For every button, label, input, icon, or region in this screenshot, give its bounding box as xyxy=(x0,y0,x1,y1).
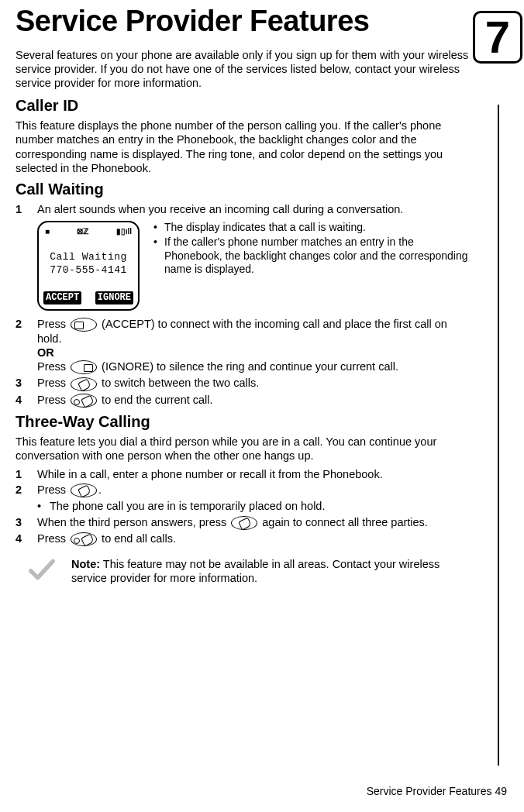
caller-id-heading: Caller ID xyxy=(16,96,473,115)
step-text: When the third person answers, press aga… xyxy=(37,515,473,530)
step-number: 3 xyxy=(16,376,37,391)
right-softkey-icon xyxy=(71,360,97,374)
phone-display: ■ ⊠ℤ ▮▯ıll Call Waiting 770-555-4141 ACC… xyxy=(37,221,140,311)
talk-key-icon xyxy=(231,516,257,530)
call-waiting-steps: 1 An alert sounds when you receive an in… xyxy=(16,202,473,216)
display-softkeys: ACCEPT IGNORE xyxy=(43,291,133,304)
bullet-text: The display indicates that a call is wai… xyxy=(164,221,366,235)
checkmark-icon xyxy=(28,557,56,582)
step-number: 4 xyxy=(16,532,37,546)
display-bullets: •The display indicates that a call is wa… xyxy=(153,221,473,278)
talk-key-icon xyxy=(71,377,97,391)
end-key-icon xyxy=(71,394,97,408)
page-title: Service Provider Features xyxy=(16,6,473,37)
note-row: Note: This feature may not be available … xyxy=(28,557,473,585)
step-text: Press to end all calls. xyxy=(37,532,473,546)
three-way-body: This feature lets you dial a third perso… xyxy=(16,435,473,463)
bullet-text: If the caller's phone number matches an … xyxy=(164,236,473,277)
caller-id-body: This feature displays the phone number o… xyxy=(16,119,473,175)
step-number: 1 xyxy=(16,467,37,481)
call-waiting-steps-cont: 2 Press (ACCEPT) to connect with the inc… xyxy=(16,317,473,408)
left-softkey-icon xyxy=(71,318,97,332)
status-mid-icon: ⊠ℤ xyxy=(77,227,88,237)
status-battery-icon: ■ xyxy=(45,227,50,237)
chapter-badge: 7 xyxy=(473,11,522,64)
step-text: While in a call, enter a phone number or… xyxy=(37,467,473,481)
note-text: Note: This feature may not be available … xyxy=(71,557,473,585)
three-way-steps: 1 While in a call, enter a phone number … xyxy=(16,467,473,497)
end-key-icon xyxy=(71,532,97,546)
display-content: Call Waiting 770-555-4141 xyxy=(43,236,133,291)
sub-bullet: • The phone call you are in is temporari… xyxy=(37,499,473,513)
vertical-rule xyxy=(498,105,499,766)
step-text: Press to switch between the two calls. xyxy=(37,376,473,391)
three-way-heading: Three-Way Calling xyxy=(16,412,473,432)
display-line1: Call Waiting xyxy=(50,251,127,263)
step-number: 3 xyxy=(16,515,37,530)
display-line2: 770-555-4141 xyxy=(50,264,127,277)
page-content: Service Provider Features Several featur… xyxy=(16,6,473,585)
step-number: 2 xyxy=(16,317,37,375)
status-signal-icon: ▮▯ıll xyxy=(116,227,132,237)
chapter-number: 7 xyxy=(485,9,510,66)
step-text: An alert sounds when you receive an inco… xyxy=(37,202,473,216)
three-way-steps-cont: 3 When the third person answers, press a… xyxy=(16,515,473,546)
call-waiting-heading: Call Waiting xyxy=(16,180,473,199)
page-footer: Service Provider Features 49 xyxy=(367,785,507,799)
bullet-icon: • xyxy=(153,221,164,235)
softkey-ignore: IGNORE xyxy=(95,291,133,304)
talk-key-icon xyxy=(71,483,97,497)
bullet-icon: • xyxy=(37,499,50,513)
step-text: Press (ACCEPT) to connect with the incom… xyxy=(37,317,473,375)
step-number: 4 xyxy=(16,393,37,408)
step-text: Press to end the current call. xyxy=(37,393,473,408)
bullet-text: The phone call you are in is temporarily… xyxy=(50,499,325,513)
display-status-bar: ■ ⊠ℤ ▮▯ıll xyxy=(43,227,133,237)
or-label: OR xyxy=(37,346,54,359)
step-text: Press . xyxy=(37,483,473,497)
step-number: 2 xyxy=(16,483,37,497)
softkey-accept: ACCEPT xyxy=(43,291,81,304)
note-label: Note: xyxy=(71,558,100,570)
phone-display-row: ■ ⊠ℤ ▮▯ıll Call Waiting 770-555-4141 ACC… xyxy=(37,221,473,311)
intro-paragraph: Several features on your phone are avail… xyxy=(16,48,473,90)
bullet-icon: • xyxy=(153,236,164,277)
step-number: 1 xyxy=(16,202,37,216)
